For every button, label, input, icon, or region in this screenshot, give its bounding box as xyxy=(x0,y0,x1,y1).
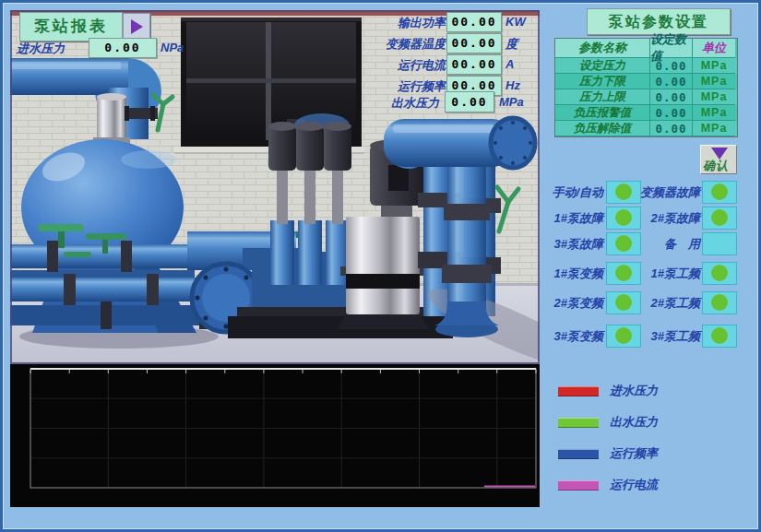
run-frequency-label: 运行频率 xyxy=(368,78,446,95)
inlet-pressure-label: 进水压力 xyxy=(17,41,65,57)
indicator-label-vfd-fault: 变频器故障 xyxy=(639,181,700,204)
indicator-label-pump3-fault: 3#泵故障 xyxy=(541,232,603,255)
inverter-temp-value: 00.00 xyxy=(446,33,502,53)
indicator-vfd-fault[interactable] xyxy=(702,181,737,204)
legend-swatch-run-frequency xyxy=(558,449,599,459)
status-led xyxy=(615,235,632,252)
table-row: 压力上限 0.00 MPa xyxy=(555,89,737,105)
axis-ticks xyxy=(30,370,536,373)
table-row: 设定压力 0.00 MPa xyxy=(555,58,737,74)
indicator-pump1-mains[interactable] xyxy=(702,262,737,285)
run-current-label: 运行电流 xyxy=(368,57,446,74)
outlet-pressure-value: 0.00 xyxy=(445,91,494,112)
indicator-pump2-fault[interactable] xyxy=(702,207,737,230)
indicator-label-pump2-mains: 2#泵工频 xyxy=(639,291,700,314)
col-unit: 单位 xyxy=(693,39,735,58)
status-led xyxy=(711,265,728,281)
inverter-temp-label: 变频器温度 xyxy=(368,36,446,53)
run-frequency-unit: Hz xyxy=(505,78,520,92)
status-led xyxy=(711,183,728,200)
status-led xyxy=(711,327,728,344)
indicator-pump3-vfd[interactable] xyxy=(606,325,641,348)
legend-swatch-outlet-pressure xyxy=(558,418,599,428)
set-pressure-value[interactable]: 0.00 xyxy=(650,58,693,74)
pressure-high-limit-value[interactable]: 0.00 xyxy=(650,89,693,105)
run-current-unit: A xyxy=(505,57,514,71)
legend-label-inlet-pressure: 进水压力 xyxy=(610,383,658,399)
inlet-pressure-unit: NPa xyxy=(161,41,184,54)
output-power-value: 00.00 xyxy=(446,12,502,32)
table-row: 压力下限 0.00 MPa xyxy=(555,74,737,89)
indicator-pump2-vfd[interactable] xyxy=(606,291,641,314)
indicator-label-pump1-vfd: 1#泵变频 xyxy=(541,262,603,285)
neg-pressure-release-value[interactable]: 0.00 xyxy=(650,121,693,136)
pump-station-hmi-screen: 泵站报表 进水压力 0.00 NPa 输出功率 00.00 KW 变频器温度 0… xyxy=(0,0,761,532)
play-icon xyxy=(131,19,143,34)
inverter-temp-unit: 度 xyxy=(505,36,517,53)
legend-swatch-run-current xyxy=(558,480,599,491)
indicator-label-pump2-fault: 2#泵故障 xyxy=(639,207,700,230)
col-param-name: 参数名称 xyxy=(555,39,650,58)
indicator-label-manual-auto: 手动/自动 xyxy=(541,181,603,204)
settings-table-header: 参数名称 设定数值 单位 xyxy=(555,39,737,58)
inlet-pressure-value: 0.00 xyxy=(89,38,157,58)
indicator-label-pump3-mains: 3#泵工频 xyxy=(639,325,700,348)
output-power-label: 输出功率 xyxy=(368,15,446,31)
trend-chart-panel xyxy=(10,364,540,507)
indicator-label-pump2-vfd: 2#泵变频 xyxy=(541,291,603,314)
status-led xyxy=(711,209,728,226)
legend-label-outlet-pressure: 出水压力 xyxy=(610,414,658,431)
outlet-pressure-unit: MPa xyxy=(499,95,524,109)
outlet-pressure-label: 出水压力 xyxy=(391,95,439,112)
status-led xyxy=(615,209,632,226)
status-led xyxy=(711,294,728,311)
indicator-pump3-fault[interactable] xyxy=(606,232,641,255)
indicator-pump3-mains[interactable] xyxy=(702,325,737,348)
status-led xyxy=(615,183,632,200)
output-power-unit: KW xyxy=(505,15,526,29)
run-current-value: 00.00 xyxy=(446,54,502,75)
pressure-low-limit-value[interactable]: 0.00 xyxy=(650,74,693,89)
legend-label-run-current: 运行电流 xyxy=(610,477,658,493)
legend-label-run-frequency: 运行频率 xyxy=(610,445,658,462)
table-row: 负压报警值 0.00 MPa xyxy=(555,105,737,121)
legend-swatch-inlet-pressure xyxy=(558,386,599,396)
indicator-pump1-vfd[interactable] xyxy=(606,262,641,285)
indicator-manual-auto[interactable] xyxy=(606,181,641,204)
indicator-spare[interactable] xyxy=(702,232,737,255)
indicator-label-pump3-vfd: 3#泵变频 xyxy=(541,325,603,348)
status-led xyxy=(615,265,632,281)
indicator-label-pump1-fault: 1#泵故障 xyxy=(541,207,603,230)
confirm-button[interactable]: 确认 xyxy=(700,145,737,174)
neg-pressure-alarm-value[interactable]: 0.00 xyxy=(650,105,693,121)
horizontal-gridlines xyxy=(30,398,536,458)
confirm-button-label: 确认 xyxy=(703,158,729,174)
settings-table: 参数名称 设定数值 单位 设定压力 0.00 MPa 压力下限 0.00 MPa… xyxy=(554,38,738,137)
indicator-label-pump1-mains: 1#泵工频 xyxy=(639,262,700,285)
indicator-label-spare: 备 用 xyxy=(639,232,700,255)
col-set-value: 设定数值 xyxy=(650,39,693,58)
indicator-pump2-mains[interactable] xyxy=(702,291,737,314)
trend-chart-plot xyxy=(10,364,540,507)
status-led xyxy=(615,327,632,344)
table-row: 负压解除值 0.00 MPa xyxy=(555,121,737,136)
header-pipe xyxy=(384,118,535,169)
indicator-pump1-fault[interactable] xyxy=(606,207,641,230)
status-led xyxy=(615,294,632,311)
